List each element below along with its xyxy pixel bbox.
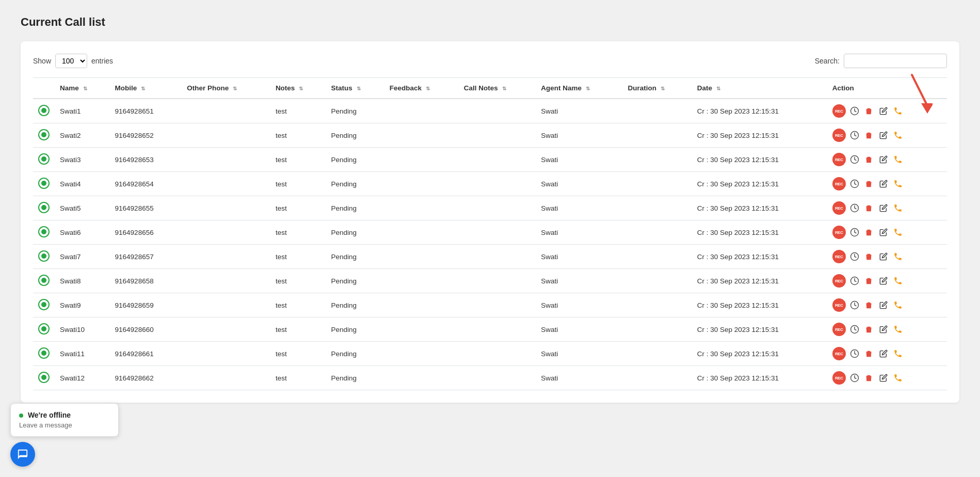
delete-button[interactable] <box>863 154 875 165</box>
row-feedback <box>384 99 459 123</box>
row-status-icon[interactable] <box>33 123 55 148</box>
row-other-phone <box>182 123 270 148</box>
row-name: Swati12 <box>55 366 110 390</box>
history-button[interactable] <box>849 105 860 117</box>
row-name: Swati10 <box>55 317 110 342</box>
history-button[interactable] <box>849 130 860 141</box>
row-actions: REC <box>827 196 947 220</box>
row-status-icon[interactable] <box>33 148 55 172</box>
col-mobile[interactable]: Mobile ⇅ <box>110 78 182 99</box>
delete-button[interactable] <box>863 299 875 311</box>
record-button[interactable]: REC <box>832 371 846 385</box>
delete-button[interactable] <box>863 130 875 141</box>
call-button[interactable] <box>892 202 904 214</box>
record-button[interactable]: REC <box>832 274 846 288</box>
call-button[interactable] <box>892 372 904 384</box>
history-button[interactable] <box>849 202 860 214</box>
col-call-notes[interactable]: Call Notes ⇅ <box>459 78 536 99</box>
history-button[interactable] <box>849 348 860 359</box>
call-button[interactable] <box>892 178 904 189</box>
history-button[interactable] <box>849 299 860 311</box>
row-status-icon[interactable] <box>33 196 55 220</box>
delete-button[interactable] <box>863 372 875 384</box>
record-button[interactable]: REC <box>832 201 846 215</box>
edit-button[interactable] <box>878 130 889 141</box>
col-feedback[interactable]: Feedback ⇅ <box>384 78 459 99</box>
call-button[interactable] <box>892 348 904 359</box>
history-button[interactable] <box>849 324 860 335</box>
history-button[interactable] <box>849 372 860 384</box>
record-button[interactable]: REC <box>832 177 846 190</box>
record-button[interactable]: REC <box>832 250 846 263</box>
row-status-icon[interactable] <box>33 342 55 366</box>
edit-button[interactable] <box>878 178 889 189</box>
delete-button[interactable] <box>863 202 875 214</box>
call-button[interactable] <box>892 227 904 238</box>
row-call-notes <box>459 293 536 317</box>
call-button[interactable] <box>892 251 904 262</box>
row-actions: REC <box>827 220 947 245</box>
edit-button[interactable] <box>878 275 889 287</box>
edit-button[interactable] <box>878 348 889 359</box>
edit-button[interactable] <box>878 227 889 238</box>
call-button[interactable] <box>892 154 904 165</box>
edit-button[interactable] <box>878 154 889 165</box>
col-name[interactable]: Name ⇅ <box>55 78 110 99</box>
delete-button[interactable] <box>863 348 875 359</box>
delete-button[interactable] <box>863 105 875 117</box>
history-button[interactable] <box>849 251 860 262</box>
record-button[interactable]: REC <box>832 347 846 360</box>
entries-select[interactable]: 100 10 25 50 <box>55 54 87 68</box>
call-button[interactable] <box>892 299 904 311</box>
row-call-notes <box>459 99 536 123</box>
edit-button[interactable] <box>878 202 889 214</box>
call-button[interactable] <box>892 130 904 141</box>
history-button[interactable] <box>849 178 860 189</box>
col-other-phone[interactable]: Other Phone ⇅ <box>182 78 270 99</box>
record-button[interactable]: REC <box>832 226 846 239</box>
edit-button[interactable] <box>878 324 889 335</box>
delete-button[interactable] <box>863 324 875 335</box>
record-button[interactable]: REC <box>832 298 846 312</box>
record-button[interactable]: REC <box>832 104 846 118</box>
call-button[interactable] <box>892 105 904 117</box>
record-button[interactable]: REC <box>832 153 846 166</box>
edit-button[interactable] <box>878 105 889 117</box>
row-call-notes <box>459 366 536 390</box>
row-status-icon[interactable] <box>33 220 55 245</box>
call-button[interactable] <box>892 324 904 335</box>
row-notes: test <box>270 293 326 317</box>
delete-button[interactable] <box>863 251 875 262</box>
history-button[interactable] <box>849 275 860 287</box>
delete-button[interactable] <box>863 227 875 238</box>
row-status-icon[interactable] <box>33 269 55 293</box>
edit-button[interactable] <box>878 372 889 384</box>
chat-button[interactable] <box>10 442 35 467</box>
col-duration[interactable]: Duration ⇅ <box>623 78 692 99</box>
search-input[interactable] <box>844 54 947 68</box>
delete-button[interactable] <box>863 275 875 287</box>
history-button[interactable] <box>849 227 860 238</box>
col-status[interactable]: Status ⇅ <box>326 78 384 99</box>
row-status-icon[interactable] <box>33 245 55 269</box>
record-button[interactable]: REC <box>832 323 846 336</box>
row-date: Cr : 30 Sep 2023 12:15:31 <box>692 342 827 366</box>
row-status-icon[interactable] <box>33 172 55 196</box>
edit-button[interactable] <box>878 251 889 262</box>
delete-button[interactable] <box>863 178 875 189</box>
table-row: Swati11 9164928661 test Pending Swati Cr… <box>33 342 947 366</box>
row-status-icon[interactable] <box>33 366 55 390</box>
row-status-icon[interactable] <box>33 317 55 342</box>
call-button[interactable] <box>892 275 904 287</box>
row-status-icon[interactable] <box>33 293 55 317</box>
edit-button[interactable] <box>878 299 889 311</box>
row-duration <box>623 196 692 220</box>
row-status-icon[interactable] <box>33 99 55 123</box>
col-notes[interactable]: Notes ⇅ <box>270 78 326 99</box>
col-agent-name[interactable]: Agent Name ⇅ <box>536 78 622 99</box>
record-button[interactable]: REC <box>832 129 846 142</box>
row-feedback <box>384 123 459 148</box>
row-actions: REC <box>827 245 947 269</box>
col-date[interactable]: Date ⇅ <box>692 78 827 99</box>
history-button[interactable] <box>849 154 860 165</box>
